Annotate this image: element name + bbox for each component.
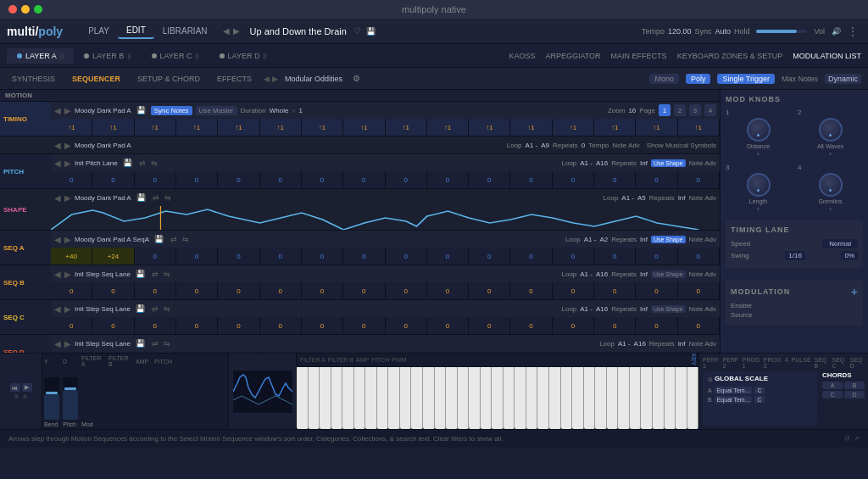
timing-cell-2[interactable]: ↑1 [92,119,134,136]
white-key-20[interactable] [515,367,526,429]
seqa-cell-5[interactable]: 0 [218,248,259,265]
white-key-30[interactable] [630,367,642,429]
gs-note-a[interactable]: C [754,387,764,394]
seqa-cell-3[interactable]: 0 [135,248,176,265]
duration-val[interactable]: Whole [270,107,289,114]
page-1-btn[interactable]: 1 [659,104,670,116]
seqc-cell-10[interactable]: 0 [427,317,469,334]
seqd-cell-7[interactable]: 0 [302,352,343,353]
seqd-repeats-val[interactable]: Inf [678,340,686,348]
white-key-35[interactable] [687,367,698,429]
menu-icon[interactable]: ⋮ [848,25,858,37]
prev-preset-icon[interactable]: ◀ [223,26,230,36]
maximize-button[interactable] [34,5,42,14]
seqc-cell-8[interactable]: 0 [343,317,385,334]
seqc-cell-1[interactable]: 0 [51,317,92,334]
seqc-cell-13[interactable]: 0 [553,317,594,334]
nav-librarian[interactable]: LIBRARIAN [154,24,216,38]
timing-save-icon[interactable]: 💾 [135,106,147,114]
white-key-34[interactable] [676,367,687,429]
white-key-1[interactable] [297,367,309,429]
seqd-prev[interactable]: ◀ [54,339,61,348]
synthesis-tab[interactable]: SYNTHESIS [7,73,60,85]
seqd-arrow-icon[interactable]: ⇆ [164,339,170,348]
nav-play[interactable]: PLAY [80,24,118,38]
timing-cell-10[interactable]: ↑1 [427,119,469,136]
refresh-icon[interactable]: ↺ [844,435,850,443]
layer-tab-b[interactable]: LAYER B || [74,48,142,64]
shape-swap-icon[interactable]: ⇄ [153,193,159,202]
timing-cell-3[interactable]: ↑1 [135,119,176,136]
knob-3-control[interactable] [747,173,771,197]
page-4-btn[interactable]: 4 [704,104,716,116]
layer-tab-a[interactable]: LAYER A || [7,48,74,64]
seqc-cell-16[interactable]: 0 [678,317,720,334]
knob-2-control[interactable] [819,118,843,142]
modular-settings-icon[interactable]: ⚙ [353,74,360,83]
play-btn[interactable]: ▶ [22,383,32,392]
window-controls[interactable] [8,5,42,14]
seqd-loop-start[interactable]: A1 - [618,340,631,348]
seqd-cell-5[interactable]: 0 [218,352,259,353]
seqb-swap-icon[interactable]: ⇄ [152,270,159,278]
white-key-5[interactable] [342,367,354,429]
timing-cell-13[interactable]: ↑1 [553,119,594,136]
pitch-cell-16[interactable]: 0 [678,171,720,188]
timing-cell-6[interactable]: ↑1 [260,119,302,136]
seqa-cell-6[interactable]: 0 [260,248,302,265]
shape-save-icon[interactable]: 💾 [135,193,147,202]
arpeggiator-tab[interactable]: ARPEGGIATOR [545,52,600,60]
timing-cell-9[interactable]: ↑1 [386,119,427,136]
seqa-cell-15[interactable]: 0 [636,248,677,265]
seqc-cell-14[interactable]: 0 [594,317,636,334]
shape-arrow-icon[interactable]: ⇆ [164,193,171,202]
seqc-cell-5[interactable]: 0 [218,317,259,334]
seqa-prev[interactable]: ◀ [54,235,61,244]
seqd-swap-icon[interactable]: ⇄ [152,339,159,348]
next-modular-icon[interactable]: ▶ [272,75,278,83]
sync-value[interactable]: Auto [715,27,731,36]
white-key-19[interactable] [504,367,515,429]
main-effects-tab[interactable]: MAIN EFFECTS [611,52,667,60]
pitch-save-icon[interactable]: 💾 [121,159,134,167]
seqb-cell-9[interactable]: 0 [386,282,427,299]
seqb-cell-2[interactable]: 0 [92,282,134,299]
timing-cell-4[interactable]: ↑1 [176,119,218,136]
white-key-22[interactable] [537,367,549,429]
white-key-27[interactable] [595,367,607,429]
timing2-loop-val[interactable]: A1 - [526,142,538,149]
seqa-arrow-icon[interactable]: ⇆ [182,235,189,243]
seqb-cell-6[interactable]: 0 [260,282,302,299]
favorite-icon[interactable]: ♡ [353,26,361,36]
white-key-2[interactable] [309,367,320,429]
speed-dropdown[interactable]: Normal [822,239,858,248]
seqd-cell-6[interactable]: 0 [260,352,302,353]
layer-tab-d[interactable]: LAYER D || [209,48,277,64]
seqa-cell-9[interactable]: 0 [386,248,427,265]
swing-value[interactable]: 1/16 [785,251,805,260]
poly-btn[interactable]: Poly [686,74,711,84]
gs-note-b[interactable]: C [754,396,764,404]
seqa-cell-4[interactable]: 0 [176,248,218,265]
max-notes-dropdown[interactable]: Dynamic [825,74,861,84]
timing-cell-5[interactable]: ↑1 [218,119,259,136]
shape-repeats-val[interactable]: Inf [678,194,686,202]
sequencer-tab[interactable]: SEQUENCER [67,73,125,85]
white-key-8[interactable] [377,367,389,429]
seqb-next[interactable]: ▶ [64,270,71,279]
seqb-loop-start[interactable]: A1 - [580,270,593,278]
use-master-btn[interactable]: Use Master [196,106,237,115]
mono-btn[interactable]: Mono [649,74,679,84]
prev-modular-icon[interactable]: ◀ [264,75,270,83]
use-shape-btn-pitch[interactable]: Use Shape [651,159,686,167]
seqb-cell-13[interactable]: 0 [553,282,594,299]
seqb-cell-12[interactable]: 0 [510,282,552,299]
prev-track-btn[interactable]: ⏮ [10,383,20,392]
white-key-10[interactable] [400,367,412,429]
modular-arrows[interactable]: ◀ ▶ [264,75,278,83]
seqc-prev[interactable]: ◀ [54,304,61,314]
seqc-repeats-val[interactable]: Inf [640,305,648,313]
white-key-33[interactable] [665,367,676,429]
seqd-cell-12[interactable]: 0 [510,352,552,353]
pitch-cell-9[interactable]: 0 [386,171,427,188]
